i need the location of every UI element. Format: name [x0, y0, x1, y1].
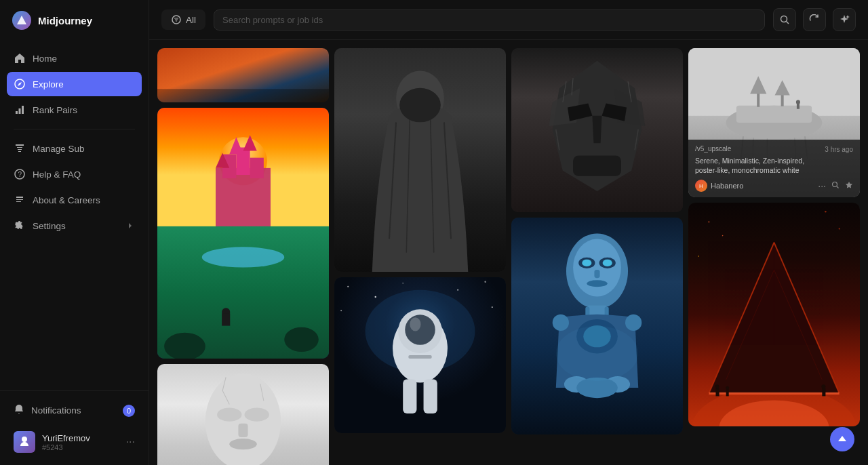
more-icon[interactable]: ···: [818, 180, 826, 191]
sidebar-home-label: Home: [33, 54, 57, 64]
svg-rect-20: [222, 313, 230, 325]
nav-divider-1: [14, 129, 135, 129]
svg-point-25: [217, 408, 241, 422]
search-input[interactable]: [222, 15, 756, 25]
svg-point-104: [722, 235, 724, 237]
notifications-label: Notifications: [31, 405, 81, 416]
svg-rect-27: [238, 424, 248, 437]
card-top-strip[interactable]: [157, 48, 329, 102]
card-white-statue[interactable]: [157, 364, 329, 465]
svg-point-34: [375, 296, 376, 298]
svg-point-39: [340, 310, 342, 311]
svg-point-37: [484, 281, 486, 283]
svg-rect-80: [757, 92, 760, 106]
svg-point-28: [229, 439, 256, 449]
logo-icon: [12, 11, 31, 30]
card-stone-face[interactable]: [511, 48, 683, 212]
user-more-button[interactable]: ···: [126, 436, 135, 448]
app-name: Midjourney: [38, 15, 92, 26]
sidebar-item-help-faq[interactable]: ? Help & FAQ: [7, 162, 142, 186]
search-icon: [779, 14, 790, 25]
svg-point-44: [410, 317, 420, 331]
svg-marker-54: [592, 116, 601, 143]
svg-rect-100: [822, 388, 825, 396]
sidebar-bottom: Notifications 0 YuriEfremov #5243 ···: [0, 390, 149, 465]
svg-point-33: [347, 286, 349, 287]
card-triangle-fire[interactable]: [688, 203, 860, 426]
author-name: Habanero: [711, 182, 743, 190]
card-floating-islands[interactable]: /v5_upscale 3 hrs ago Serene, Minimalist…: [688, 48, 860, 197]
svg-rect-45: [408, 355, 431, 359]
svg-rect-63: [594, 270, 599, 278]
card-author: H Habanero: [695, 180, 743, 192]
card-robot-woman[interactable]: [511, 218, 683, 434]
arrow-up-icon: [837, 434, 848, 445]
sidebar-manage-label: Manage Sub: [33, 144, 85, 154]
sidebar-item-manage-sub[interactable]: Manage Sub: [7, 136, 142, 161]
sidebar-rank-label: Rank Pairs: [33, 105, 77, 115]
sidebar-item-settings[interactable]: Settings: [7, 214, 142, 238]
refresh-icon: [809, 14, 820, 25]
svg-point-31: [399, 88, 441, 123]
svg-point-73: [553, 315, 569, 331]
svg-point-103: [825, 211, 826, 212]
author-avatar: H: [695, 180, 707, 192]
sparkle-button[interactable]: [833, 8, 856, 31]
chevron-right-icon: [125, 221, 135, 230]
masonry-grid: /v5_upscale 3 hrs ago Serene, Minimalist…: [157, 48, 860, 465]
help-icon: ?: [14, 168, 26, 180]
card-desert-castle[interactable]: [157, 108, 329, 359]
sidebar-item-home[interactable]: Home: [7, 46, 142, 70]
svg-text:?: ?: [18, 171, 22, 178]
sidebar-item-rank-pairs[interactable]: Rank Pairs: [7, 98, 142, 122]
svg-point-24: [205, 373, 281, 465]
gallery: /v5_upscale 3 hrs ago Serene, Minimalist…: [149, 40, 868, 465]
svg-rect-98: [726, 389, 729, 396]
save-card-icon[interactable]: [845, 181, 853, 191]
svg-rect-55: [573, 155, 621, 176]
settings-left: Settings: [14, 220, 66, 232]
svg-point-38: [492, 306, 493, 308]
svg-rect-12: [250, 158, 264, 178]
svg-point-58: [573, 239, 621, 296]
svg-point-43: [405, 315, 435, 345]
sidebar-item-explore[interactable]: Explore: [7, 72, 142, 96]
user-name: YuriEfremov: [42, 433, 119, 443]
svg-point-4: [781, 16, 787, 22]
card-astronaut[interactable]: [334, 277, 506, 433]
sidebar-nav: Home Explore Rank Pairs Manage Sub ? H: [0, 41, 149, 390]
filter-button[interactable]: All: [161, 9, 205, 30]
notifications-item[interactable]: Notifications 0: [7, 398, 142, 423]
app-logo[interactable]: Midjourney: [0, 0, 149, 41]
about-icon: [14, 194, 26, 206]
topbar: All: [149, 0, 868, 40]
svg-point-99: [726, 386, 729, 390]
svg-point-26: [245, 408, 269, 422]
svg-rect-6: [157, 89, 329, 102]
card-robed-figure[interactable]: [334, 48, 506, 272]
sidebar-help-label: Help & FAQ: [33, 169, 81, 180]
home-icon: [14, 52, 26, 64]
gallery-column-3: [511, 48, 683, 434]
user-info: YuriEfremov #5243: [42, 433, 119, 451]
svg-point-101: [821, 384, 825, 388]
user-profile[interactable]: YuriEfremov #5243 ···: [7, 426, 142, 458]
sparkle-icon: [839, 14, 850, 25]
svg-rect-82: [781, 94, 784, 106]
svg-point-106: [698, 256, 699, 257]
search-bar[interactable]: [214, 9, 765, 31]
svg-rect-85: [797, 104, 800, 109]
svg-point-102: [708, 221, 709, 222]
refresh-button[interactable]: [803, 8, 826, 31]
topbar-actions: [773, 8, 856, 31]
search-card-icon[interactable]: [831, 181, 840, 191]
user-id: #5243: [42, 443, 119, 451]
sidebar-item-about-careers[interactable]: About & Careers: [7, 188, 142, 212]
search-button[interactable]: [773, 8, 796, 31]
scroll-up-button[interactable]: [830, 427, 854, 451]
svg-rect-96: [715, 388, 719, 396]
svg-point-105: [839, 228, 840, 229]
svg-point-97: [715, 384, 719, 388]
filter-icon: [171, 14, 182, 25]
svg-rect-46: [403, 379, 416, 413]
